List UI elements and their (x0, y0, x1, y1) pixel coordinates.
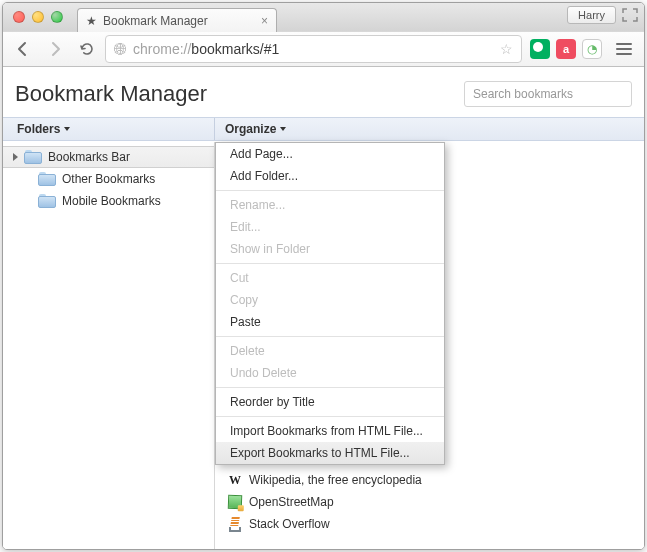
close-window-button[interactable] (13, 11, 25, 23)
minimize-window-button[interactable] (32, 11, 44, 23)
folder-row[interactable]: Mobile Bookmarks (3, 190, 214, 212)
disclosure-icon[interactable] (13, 153, 18, 161)
url-scheme-host: chrome:// (133, 41, 191, 57)
profile-label: Harry (578, 9, 605, 21)
window-controls (13, 11, 63, 23)
folder-row[interactable]: Bookmarks Bar (3, 146, 214, 168)
bookmark-label: OpenStreetMap (249, 495, 334, 509)
menu-separator (216, 190, 444, 191)
bookmark-content: Bookmarks BarOther BookmarksMobile Bookm… (3, 142, 644, 549)
menu-item[interactable]: Import Bookmarks from HTML File... (216, 420, 444, 442)
wiki-favicon-icon: W (227, 472, 243, 488)
back-button[interactable] (9, 35, 37, 63)
organize-label: Organize (225, 122, 276, 136)
bookmark-list-pane: Add Page...Add Folder...Rename...Edit...… (215, 142, 644, 549)
bookmark-label: Wikipedia, the free encyclopedia (249, 473, 422, 487)
extension-icons: a ◔ (530, 39, 602, 59)
menu-item[interactable]: Export Bookmarks to HTML File... (216, 442, 444, 464)
menu-item[interactable]: Reorder by Title (216, 391, 444, 413)
folder-icon (38, 172, 56, 186)
folder-label: Mobile Bookmarks (62, 194, 161, 208)
extension-icon-q[interactable]: a (556, 39, 576, 59)
tabstrip: ★ Bookmark Manager × Harry (3, 3, 644, 31)
bookmark-manager-page: Bookmark Manager Folders Organize Bookma… (3, 67, 644, 549)
folder-icon (38, 194, 56, 208)
search-input[interactable] (464, 81, 632, 107)
profile-button[interactable]: Harry (567, 6, 616, 24)
menu-item: Undo Delete (216, 362, 444, 384)
menu-item[interactable]: Add Page... (216, 143, 444, 165)
folders-label: Folders (17, 122, 60, 136)
folder-icon (24, 150, 42, 164)
bookmark-star-icon[interactable]: ☆ (500, 41, 513, 57)
folders-dropdown[interactable]: Folders (3, 118, 215, 140)
extension-icon-o[interactable]: ◔ (582, 39, 602, 59)
url-text: chrome://bookmarks/#1 (133, 41, 279, 57)
url-path: bookmarks/#1 (191, 41, 279, 57)
folder-row[interactable]: Other Bookmarks (3, 168, 214, 190)
organize-context-menu[interactable]: Add Page...Add Folder...Rename...Edit...… (215, 142, 445, 465)
menu-item[interactable]: Add Folder... (216, 165, 444, 187)
page-title: Bookmark Manager (15, 81, 207, 107)
address-bar[interactable]: 🌐︎ chrome://bookmarks/#1 ☆ (105, 35, 522, 63)
menu-separator (216, 416, 444, 417)
browser-tab[interactable]: ★ Bookmark Manager × (77, 8, 277, 32)
menu-separator (216, 336, 444, 337)
menu-item: Cut (216, 267, 444, 289)
forward-button[interactable] (41, 35, 69, 63)
close-tab-icon[interactable]: × (261, 14, 268, 28)
menu-item[interactable]: Paste (216, 311, 444, 333)
bookmark-row[interactable]: OpenStreetMap (215, 491, 644, 513)
bookmark-row[interactable]: Stack Overflow (215, 513, 644, 535)
hangouts-extension-icon[interactable] (530, 39, 550, 59)
so-favicon-icon (227, 516, 243, 532)
osm-favicon-icon (227, 494, 243, 510)
star-icon: ★ (86, 14, 97, 28)
menu-separator (216, 387, 444, 388)
zoom-window-button[interactable] (51, 11, 63, 23)
menu-item: Delete (216, 340, 444, 362)
browser-window: ★ Bookmark Manager × Harry 🌐︎ chrome://b… (2, 2, 645, 550)
reload-button[interactable] (73, 35, 101, 63)
globe-icon: 🌐︎ (114, 42, 127, 57)
fullscreen-icon[interactable] (622, 8, 638, 22)
page-header: Bookmark Manager (3, 67, 644, 117)
tab-title: Bookmark Manager (103, 14, 208, 28)
folder-label: Other Bookmarks (62, 172, 155, 186)
folder-label: Bookmarks Bar (48, 150, 130, 164)
menu-separator (216, 263, 444, 264)
browser-toolbar: 🌐︎ chrome://bookmarks/#1 ☆ a ◔ (3, 31, 644, 67)
menu-item: Edit... (216, 216, 444, 238)
menu-item: Rename... (216, 194, 444, 216)
bookmark-label: Stack Overflow (249, 517, 330, 531)
menu-item: Show in Folder (216, 238, 444, 260)
bookmark-toolbar: Folders Organize (3, 117, 644, 141)
folder-tree-pane: Bookmarks BarOther BookmarksMobile Bookm… (3, 142, 215, 549)
menu-item: Copy (216, 289, 444, 311)
organize-dropdown[interactable]: Organize (215, 118, 286, 140)
chevron-down-icon (280, 127, 286, 131)
chrome-menu-button[interactable] (610, 35, 638, 63)
bookmark-row[interactable]: WWikipedia, the free encyclopedia (215, 469, 644, 491)
chevron-down-icon (64, 127, 70, 131)
